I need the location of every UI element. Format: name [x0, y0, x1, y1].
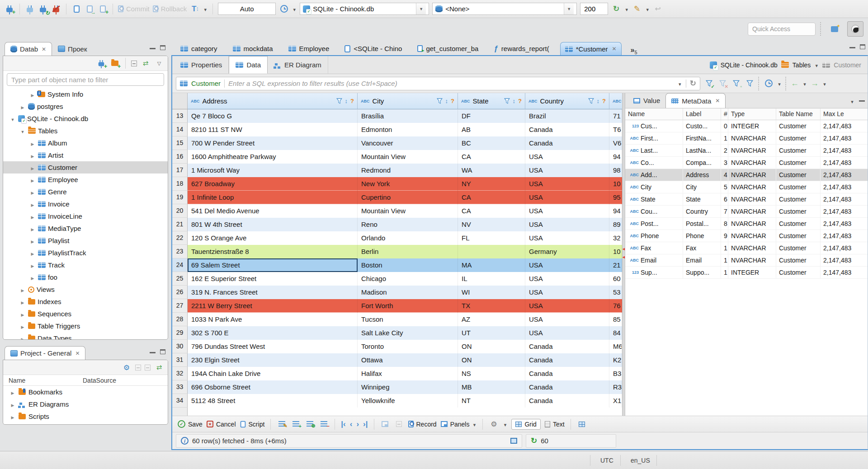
delete-row-icon[interactable]: −	[319, 419, 329, 429]
expand-arrow-icon[interactable]	[9, 115, 16, 122]
editor-tab[interactable]: get_customer_ba	[413, 42, 483, 55]
expand-arrow-icon[interactable]	[29, 200, 36, 208]
cell-state[interactable]: IL	[458, 272, 525, 286]
cell-state[interactable]: NT	[458, 394, 525, 408]
settings-gear-icon[interactable]	[489, 419, 499, 429]
metadata-row[interactable]: ABCAdd... Address 4 NVARCHAR Customer 2,…	[625, 169, 868, 181]
minimize-icon[interactable]	[859, 98, 865, 102]
close-icon[interactable]	[42, 46, 46, 52]
maximize-icon[interactable]	[160, 349, 165, 354]
navigator-tab[interactable]: Datab	[5, 42, 52, 56]
fetch-prev-dropdown-icon[interactable]	[802, 80, 807, 87]
link-with-editor-icon[interactable]	[154, 362, 164, 372]
custom-filter-icon[interactable]	[745, 79, 755, 89]
tree-item[interactable]: postgres	[3, 100, 168, 113]
expand-arrow-icon[interactable]	[9, 413, 16, 420]
column-table-name[interactable]: Table Name	[776, 108, 821, 120]
row-number[interactable]: 28	[172, 313, 188, 326]
filter-refresh-icon[interactable]	[690, 79, 696, 88]
record-mode-button[interactable]: Record	[408, 421, 437, 428]
transaction-log-icon[interactable]	[190, 4, 200, 14]
cell-state[interactable]: WA	[458, 164, 525, 177]
cell-country[interactable]: Germany	[525, 245, 609, 258]
metadata-row[interactable]: 123Cus... Custo... 0 INTEGER Customer 2,…	[625, 120, 868, 132]
duplicate-row-icon[interactable]: ⊕	[305, 419, 315, 429]
expand-arrow-icon[interactable]	[29, 151, 36, 159]
cell-city[interactable]: Mountain View	[358, 150, 458, 164]
cell-state[interactable]: AZ	[458, 313, 525, 326]
cell-state[interactable]: AB	[458, 123, 525, 136]
new-folder-icon[interactable]: +	[110, 58, 120, 68]
fetch-size-input[interactable]	[580, 3, 608, 15]
cell-state[interactable]: TX	[458, 299, 525, 313]
execution-dropdown-icon[interactable]	[777, 80, 782, 87]
cell-country[interactable]: USA	[525, 299, 609, 313]
metadata-tab[interactable]: MetaData	[665, 93, 726, 108]
expand-arrow-icon[interactable]	[29, 249, 36, 257]
cell-city[interactable]: Mountain View	[358, 204, 458, 218]
cell-city[interactable]: Chicago	[358, 272, 458, 286]
metadata-row[interactable]: ABCFax Fax 1 NVARCHAR Customer 2,147,483	[625, 242, 868, 254]
result-table-icon[interactable]	[510, 438, 517, 444]
fetch-next-icon[interactable]: →	[811, 79, 819, 88]
expand-arrow-icon[interactable]	[29, 237, 36, 244]
breadcrumb-tables[interactable]: Tables	[793, 61, 811, 69]
row-number[interactable]: 30	[172, 340, 188, 353]
cell-postalcode[interactable]: R3	[609, 380, 622, 394]
cell-address[interactable]: 120 S Orange Ave	[188, 231, 358, 245]
column-type[interactable]: Type	[728, 108, 776, 120]
sort-icon[interactable]	[513, 98, 516, 104]
project-row[interactable]: Scripts	[3, 410, 168, 422]
cell-city[interactable]: Tucson	[358, 313, 458, 326]
expand-all-icon[interactable]	[145, 365, 151, 371]
commit-button[interactable]: Commit	[118, 5, 150, 13]
expand-arrow-icon[interactable]	[29, 164, 36, 171]
cell-postalcode[interactable]: T6	[609, 123, 622, 136]
cell-postalcode[interactable]: K2	[609, 353, 622, 367]
breadcrumb-dropdown-icon[interactable]	[814, 61, 819, 69]
cancel-button[interactable]: Cancel	[207, 421, 236, 428]
expand-arrow-icon[interactable]	[29, 188, 36, 196]
cell-city[interactable]: Reno	[358, 218, 458, 231]
tree-item[interactable]: Employee	[3, 174, 168, 186]
editor-tab[interactable]: mockdata	[228, 42, 278, 55]
connect-icon[interactable]	[25, 4, 35, 14]
cell-country[interactable]: USA	[525, 326, 609, 340]
metadata-row[interactable]: ABCFirst... FirstNa... 1 NVARCHAR Custom…	[625, 132, 868, 145]
sort-icon[interactable]	[345, 98, 348, 104]
tree-item[interactable]: Artist	[3, 149, 168, 161]
cell-country[interactable]: USA	[525, 164, 609, 177]
row-number[interactable]: 17	[172, 164, 188, 177]
sql-filter-input[interactable]	[228, 77, 674, 90]
last-row-icon[interactable]: ›|	[363, 420, 368, 428]
expand-arrow-icon[interactable]	[19, 127, 26, 135]
cell-city[interactable]: Edmonton	[358, 123, 458, 136]
column-number[interactable]: #	[721, 108, 728, 120]
cell-country[interactable]: USA	[525, 150, 609, 164]
rollback-button[interactable]: Rollback	[153, 5, 187, 13]
open-perspective-icon[interactable]	[826, 21, 843, 37]
tree-item[interactable]: Track	[3, 259, 168, 271]
cell-address[interactable]: 796 Dundas Street West	[188, 340, 358, 353]
cell-city[interactable]: Cupertino	[358, 191, 458, 204]
expand-arrow-icon[interactable]	[9, 388, 16, 396]
tab-overflow-button[interactable]: » 5	[631, 46, 637, 55]
column-name[interactable]: Name	[625, 108, 683, 120]
editor-subtab[interactable]: Data	[229, 56, 268, 74]
tree-item[interactable]: Invoice	[3, 198, 168, 210]
tree-item[interactable]: System Info	[3, 88, 168, 100]
row-number-header[interactable]	[172, 93, 188, 109]
cell-state[interactable]: NS	[458, 367, 525, 380]
close-icon[interactable]	[75, 350, 80, 356]
row-number[interactable]: 20	[172, 204, 188, 218]
cell-address[interactable]: 1600 Amphitheatre Parkway	[188, 150, 358, 164]
quick-access-input[interactable]	[748, 23, 816, 36]
cell-address[interactable]: 700 W Pender Street	[188, 136, 358, 150]
column-info-icon[interactable]	[602, 98, 606, 104]
row-number[interactable]: 31	[172, 353, 188, 367]
cell-address[interactable]: 1 Infinite Loop	[188, 191, 358, 204]
previous-row-icon[interactable]: ‹	[350, 420, 353, 428]
tree-item[interactable]: SQLite - Chinook.db	[3, 113, 168, 125]
refresh-dropdown-icon[interactable]	[624, 5, 629, 13]
column-info-icon[interactable]	[451, 98, 454, 104]
